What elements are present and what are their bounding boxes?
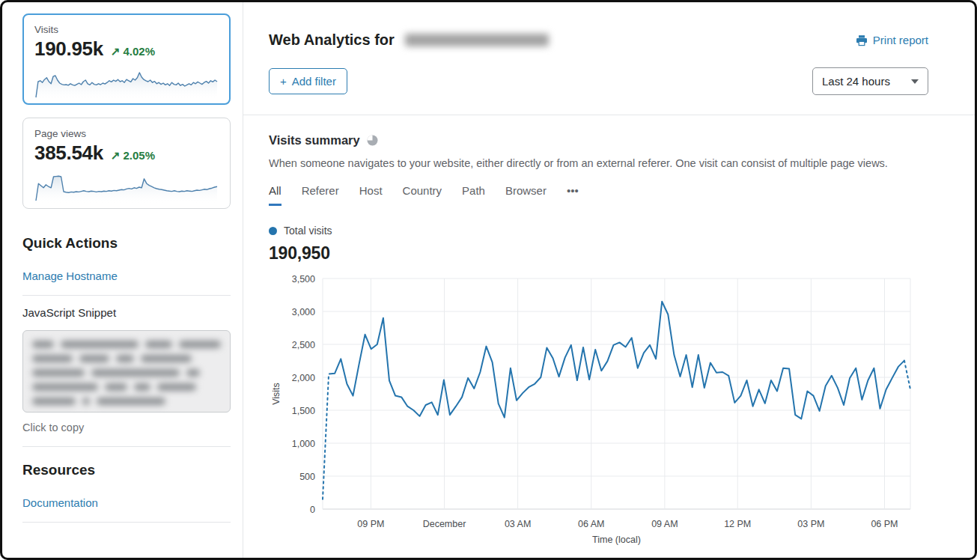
chart-legend: Total visits — [269, 225, 928, 237]
y-tick-label: 500 — [299, 472, 315, 482]
x-tick-label: 06 PM — [871, 519, 898, 529]
page-views-sparkline — [34, 168, 219, 204]
redacted-domain — [405, 34, 549, 46]
tab-country[interactable]: Country — [403, 184, 442, 206]
redacted-code — [32, 341, 221, 405]
tab-browser[interactable]: Browser — [505, 184, 547, 206]
javascript-snippet-box[interactable] — [22, 330, 231, 413]
legend-label: Total visits — [284, 225, 332, 237]
divider — [22, 522, 231, 523]
legend-dot-icon — [269, 227, 277, 235]
tab-path[interactable]: Path — [462, 184, 485, 206]
metric-value: 385.54k — [34, 141, 103, 165]
tab-all[interactable]: All — [269, 184, 281, 206]
metric-card-page-views[interactable]: Page views 385.54k ↗2.05% — [22, 118, 231, 209]
x-tick-label: 09 PM — [357, 519, 384, 529]
metric-label: Page views — [34, 128, 219, 139]
tab-referer[interactable]: Referer — [302, 184, 339, 206]
manage-hostname-link[interactable]: Manage Hostname — [22, 270, 231, 282]
y-tick-label: 1,000 — [292, 439, 315, 449]
visits-summary-title: Visits summary — [269, 133, 360, 147]
chart-container: 05001,0001,5002,0002,5003,0003,50009 PMD… — [269, 273, 928, 548]
metric-change: ↗4.02% — [111, 45, 155, 58]
divider — [22, 295, 231, 296]
tab-host[interactable]: Host — [359, 184, 383, 206]
total-visits-value: 190,950 — [269, 243, 928, 264]
x-tick-label: 06 AM — [578, 519, 604, 529]
plus-icon: + — [280, 75, 287, 88]
x-tick-label: 03 AM — [505, 519, 531, 529]
y-tick-label: 3,000 — [292, 307, 315, 317]
metric-label: Visits — [34, 24, 219, 35]
pie-chart-icon — [367, 135, 378, 146]
metric-card-visits[interactable]: Visits 190.95k ↗4.02% — [22, 13, 231, 105]
y-tick-label: 0 — [310, 505, 315, 515]
quick-actions-heading: Quick Actions — [22, 235, 231, 252]
visits-sparkline — [34, 64, 219, 100]
resources-heading: Resources — [22, 462, 231, 478]
trend-up-icon: ↗ — [111, 45, 121, 58]
x-tick-label: 12 PM — [724, 519, 751, 529]
chevron-down-icon — [911, 79, 919, 84]
y-tick-label: 1,500 — [292, 406, 315, 416]
summary-tabs: AllRefererHostCountryPathBrowser••• — [269, 184, 928, 206]
click-to-copy-hint: Click to copy — [22, 421, 231, 433]
divider — [22, 446, 231, 447]
metric-value: 190.95k — [34, 37, 103, 61]
metric-change: ↗2.05% — [111, 149, 155, 162]
time-range-select[interactable]: Last 24 hours — [812, 67, 928, 95]
header-divider — [243, 115, 975, 115]
page-title: Web Analytics for — [269, 31, 549, 49]
tab-more[interactable]: ••• — [567, 184, 579, 206]
time-range-value: Last 24 hours — [822, 75, 890, 88]
sidebar: Visits 190.95k ↗4.02% Page views 385.54k… — [22, 13, 231, 523]
visits-summary-description: When someone navigates to your website, … — [269, 157, 928, 169]
y-tick-label: 2,500 — [292, 340, 315, 350]
trend-up-icon: ↗ — [111, 149, 121, 162]
printer-icon — [856, 34, 868, 46]
print-report-link[interactable]: Print report — [856, 34, 928, 46]
x-axis-title: Time (local) — [592, 535, 641, 545]
main-panel: Web Analytics for Print report + Add fil… — [243, 0, 975, 558]
x-tick-label: 09 AM — [651, 519, 678, 529]
x-tick-label: 03 PM — [797, 519, 824, 529]
documentation-link[interactable]: Documentation — [22, 496, 231, 509]
add-filter-button[interactable]: + Add filter — [269, 68, 347, 94]
y-axis-title: Visits — [271, 383, 281, 405]
javascript-snippet-label: JavaScript Snippet — [22, 306, 231, 319]
x-tick-label: December — [423, 519, 466, 529]
y-tick-label: 2,000 — [292, 373, 315, 383]
y-tick-label: 3,500 — [292, 274, 315, 284]
visits-line-chart: 05001,0001,5002,0002,5003,0003,50009 PMD… — [269, 273, 928, 545]
